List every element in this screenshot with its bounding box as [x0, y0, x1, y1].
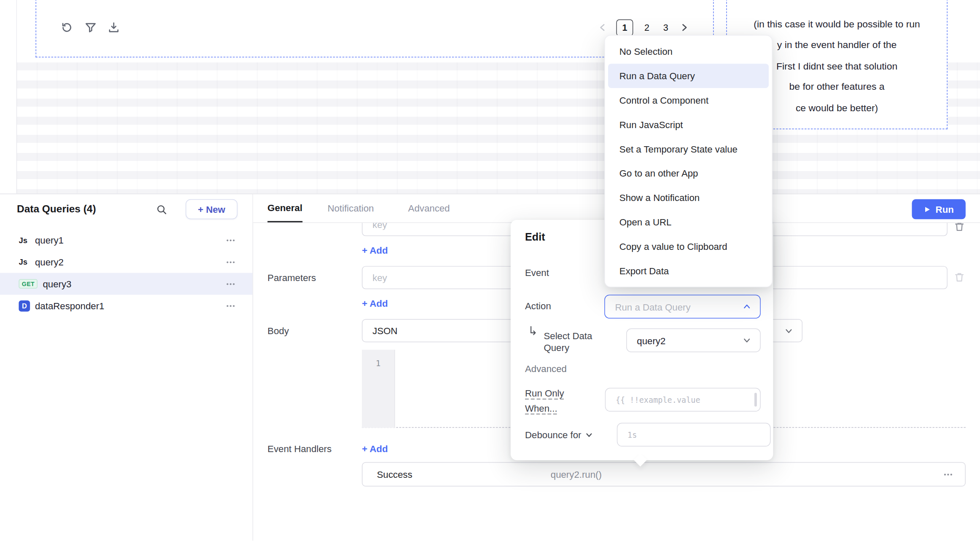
- debounce-label-text: Debounce for: [525, 430, 581, 440]
- add-link[interactable]: + Add: [362, 443, 388, 454]
- data-responder-icon: D: [19, 300, 30, 311]
- page-button-1[interactable]: 1: [616, 19, 633, 36]
- popover-title: Edit: [525, 231, 545, 244]
- query-name: dataResponder1: [35, 300, 104, 311]
- menu-item-go-to-an-other-app[interactable]: Go to an other App: [608, 161, 769, 185]
- menu-item-run-javascript[interactable]: Run JavaScript: [608, 112, 769, 137]
- page-button-3[interactable]: 3: [663, 22, 668, 32]
- event-handlers-label: Event Handlers: [267, 443, 331, 454]
- trash-icon-disabled[interactable]: [954, 272, 965, 283]
- download-icon[interactable]: [108, 21, 120, 34]
- select-data-query-label: Select Data Query: [544, 330, 606, 354]
- get-method-badge: GET: [19, 279, 38, 289]
- chevron-down-icon: [585, 431, 593, 439]
- event-handler-row[interactable]: Success query2.run(): [362, 462, 966, 487]
- action-select[interactable]: Run a Data Query: [604, 295, 761, 319]
- tab-notification[interactable]: Notification: [328, 194, 374, 222]
- debounce-for-label[interactable]: Debounce for: [525, 430, 593, 440]
- add-link[interactable]: + Add: [362, 298, 388, 308]
- handler-event-name: Success: [377, 469, 412, 479]
- chevron-down-icon: [743, 336, 751, 345]
- play-icon: [923, 206, 930, 212]
- query-list-item-query1[interactable]: Js query1: [0, 229, 253, 251]
- run-only-when-field: [605, 388, 761, 411]
- action-dropdown-menu: No Selection Run a Data Query Control a …: [604, 35, 773, 287]
- chevron-down-icon: [784, 326, 793, 335]
- more-options-icon[interactable]: [942, 469, 954, 480]
- debounce-input[interactable]: [617, 423, 771, 446]
- page-button-2[interactable]: 2: [644, 22, 649, 32]
- menu-item-control-a-component[interactable]: Control a Component: [608, 88, 769, 112]
- query-list-item-dataresponder1[interactable]: D dataResponder1: [0, 295, 253, 317]
- tree-branch-icon: [528, 326, 541, 340]
- run-only-when-input[interactable]: [605, 388, 761, 411]
- run-button-label: Run: [936, 204, 954, 214]
- app-window: 1 2 3 (in this case it would be possible…: [0, 0, 980, 541]
- page-prev-icon[interactable]: [598, 22, 608, 32]
- query-name: query1: [35, 235, 64, 245]
- chevron-up-icon: [743, 302, 751, 311]
- more-options-icon[interactable]: [225, 256, 237, 268]
- more-options-icon[interactable]: [225, 235, 237, 246]
- action-select-value: Run a Data Query: [615, 301, 690, 312]
- add-link[interactable]: + Add: [362, 245, 388, 255]
- body-label: Body: [267, 325, 289, 336]
- menu-item-show-a-notification[interactable]: Show a Notification: [608, 185, 769, 210]
- handler-action-name: query2.run(): [551, 469, 602, 479]
- menu-item-set-a-temporary-state-value[interactable]: Set a Temporary State value: [608, 137, 769, 161]
- note-line: (in this case it would be possible to ru…: [727, 14, 947, 35]
- query-list-item-query2[interactable]: Js query2: [0, 251, 253, 273]
- menu-item-export-data[interactable]: Export Data: [608, 259, 769, 283]
- run-query-button[interactable]: Run: [912, 199, 965, 219]
- input-scrollbar: [754, 393, 757, 407]
- more-options-icon[interactable]: [225, 300, 237, 311]
- menu-item-open-a-url[interactable]: Open a URL: [608, 210, 769, 234]
- menu-item-copy-a-value-to-clipboard[interactable]: Copy a value to Clipboard: [608, 234, 769, 259]
- tab-general[interactable]: General: [267, 194, 302, 222]
- query-list-item-query3[interactable]: GET query3: [0, 273, 253, 295]
- menu-item-run-a-data-query[interactable]: Run a Data Query: [608, 64, 769, 88]
- action-label: Action: [525, 300, 551, 311]
- search-icon[interactable]: [156, 204, 168, 216]
- panel-divider: [253, 194, 253, 541]
- query-panel-title: Data Queries (4): [17, 203, 96, 215]
- table-pagination: 1 2 3: [598, 19, 689, 36]
- page-next-icon[interactable]: [679, 22, 689, 32]
- js-query-icon: Js: [19, 236, 35, 245]
- filter-icon[interactable]: [84, 21, 97, 34]
- run-only-when-label: Run Only When...: [525, 386, 576, 416]
- event-label: Event: [525, 267, 549, 278]
- refresh-icon[interactable]: [61, 21, 73, 34]
- menu-item-no-selection[interactable]: No Selection: [608, 39, 769, 64]
- tab-advanced[interactable]: Advanced: [408, 194, 450, 222]
- query-name: query2: [35, 257, 64, 267]
- data-query-select-value: query2: [637, 335, 665, 345]
- more-options-icon[interactable]: [225, 278, 237, 289]
- body-type-value: JSON: [372, 325, 397, 336]
- parameters-label: Parameters: [267, 272, 316, 283]
- query-name: query3: [43, 279, 71, 289]
- js-query-icon: Js: [19, 257, 35, 266]
- advanced-section-label: Advanced: [525, 364, 567, 374]
- code-line-gutter: 1: [362, 350, 395, 428]
- new-query-button[interactable]: + New: [186, 199, 237, 219]
- canvas-left-margin: [0, 0, 17, 193]
- data-query-select[interactable]: query2: [626, 329, 761, 352]
